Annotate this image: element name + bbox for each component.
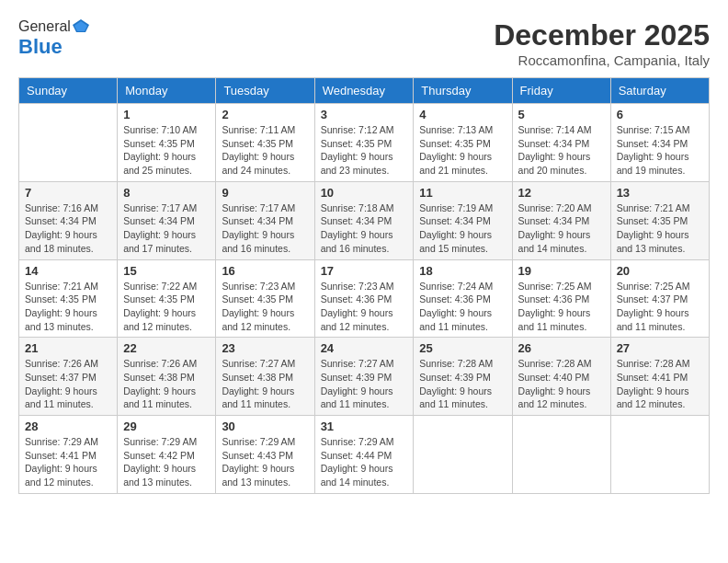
day-info: Sunrise: 7:16 AMSunset: 4:34 PMDaylight:… [25, 201, 111, 256]
day-number: 9 [222, 186, 308, 200]
day-info: Sunrise: 7:29 AMSunset: 4:42 PMDaylight:… [123, 435, 210, 489]
logo-icon [73, 19, 89, 34]
day-info: Sunrise: 7:17 AMSunset: 4:34 PMDaylight:… [222, 201, 308, 256]
calendar-cell: 2Sunrise: 7:11 AMSunset: 4:35 PMDaylight… [216, 104, 314, 182]
calendar-cell: 29Sunrise: 7:29 AMSunset: 4:42 PMDayligh… [118, 416, 216, 494]
day-number: 4 [419, 108, 506, 121]
day-number: 6 [617, 108, 703, 121]
day-info: Sunrise: 7:26 AMSunset: 4:38 PMDaylight:… [123, 357, 210, 411]
day-info: Sunrise: 7:14 AMSunset: 4:34 PMDaylight:… [518, 123, 605, 178]
calendar-cell: 13Sunrise: 7:21 AMSunset: 4:35 PMDayligh… [610, 181, 709, 259]
calendar-cell: 18Sunrise: 7:24 AMSunset: 4:36 PMDayligh… [414, 259, 512, 338]
calendar-cell: 7Sunrise: 7:16 AMSunset: 4:34 PMDaylight… [19, 181, 118, 259]
calendar-cell: 28Sunrise: 7:29 AMSunset: 4:41 PMDayligh… [19, 416, 118, 494]
day-header-tuesday: Tuesday [216, 78, 314, 104]
calendar-cell: 1Sunrise: 7:10 AMSunset: 4:35 PMDaylight… [118, 104, 216, 182]
calendar-cell: 19Sunrise: 7:25 AMSunset: 4:36 PMDayligh… [512, 259, 610, 338]
day-number: 11 [419, 186, 506, 200]
calendar-cell: 20Sunrise: 7:25 AMSunset: 4:37 PMDayligh… [610, 259, 709, 338]
day-info: Sunrise: 7:24 AMSunset: 4:36 PMDaylight:… [419, 280, 506, 334]
calendar-cell: 5Sunrise: 7:14 AMSunset: 4:34 PMDaylight… [512, 104, 610, 182]
calendar-cell: 25Sunrise: 7:28 AMSunset: 4:39 PMDayligh… [414, 338, 512, 416]
day-info: Sunrise: 7:17 AMSunset: 4:34 PMDaylight:… [123, 201, 210, 256]
week-row-5: 28Sunrise: 7:29 AMSunset: 4:41 PMDayligh… [19, 416, 710, 494]
location: Roccamonfina, Campania, Italy [494, 52, 710, 68]
day-number: 18 [419, 264, 506, 278]
calendar-cell [610, 416, 709, 494]
calendar-cell: 8Sunrise: 7:17 AMSunset: 4:34 PMDaylight… [118, 181, 216, 259]
calendar-cell: 11Sunrise: 7:19 AMSunset: 4:34 PMDayligh… [414, 181, 512, 259]
day-number: 5 [518, 108, 605, 121]
logo-blue-text: Blue [18, 35, 63, 59]
day-number: 21 [25, 341, 111, 355]
calendar-cell: 6Sunrise: 7:15 AMSunset: 4:34 PMDaylight… [610, 104, 709, 182]
calendar-cell: 27Sunrise: 7:28 AMSunset: 4:41 PMDayligh… [610, 338, 709, 416]
calendar-cell: 14Sunrise: 7:21 AMSunset: 4:35 PMDayligh… [19, 259, 118, 338]
day-number: 25 [419, 341, 506, 355]
calendar-cell: 4Sunrise: 7:13 AMSunset: 4:35 PMDaylight… [414, 104, 512, 182]
day-info: Sunrise: 7:27 AMSunset: 4:38 PMDaylight:… [222, 357, 308, 411]
day-number: 17 [321, 264, 408, 278]
calendar-cell: 24Sunrise: 7:27 AMSunset: 4:39 PMDayligh… [314, 338, 414, 416]
day-header-thursday: Thursday [414, 78, 512, 104]
day-number: 23 [222, 341, 308, 355]
day-header-friday: Friday [512, 78, 610, 104]
day-number: 15 [123, 264, 210, 278]
day-info: Sunrise: 7:20 AMSunset: 4:34 PMDaylight:… [518, 201, 605, 256]
day-info: Sunrise: 7:21 AMSunset: 4:35 PMDaylight:… [617, 201, 703, 256]
day-info: Sunrise: 7:15 AMSunset: 4:34 PMDaylight:… [617, 123, 703, 178]
day-header-wednesday: Wednesday [314, 78, 414, 104]
day-info: Sunrise: 7:19 AMSunset: 4:34 PMDaylight:… [419, 201, 506, 256]
logo-general-text: General [18, 18, 71, 35]
day-info: Sunrise: 7:26 AMSunset: 4:37 PMDaylight:… [25, 357, 111, 411]
day-number: 28 [25, 419, 111, 433]
calendar-cell: 15Sunrise: 7:22 AMSunset: 4:35 PMDayligh… [118, 259, 216, 338]
calendar-cell [414, 416, 512, 494]
day-number: 27 [617, 341, 703, 355]
day-info: Sunrise: 7:28 AMSunset: 4:40 PMDaylight:… [518, 357, 605, 411]
day-number: 16 [222, 264, 308, 278]
day-info: Sunrise: 7:18 AMSunset: 4:34 PMDaylight:… [321, 201, 408, 256]
calendar-table: SundayMondayTuesdayWednesdayThursdayFrid… [18, 77, 710, 494]
day-info: Sunrise: 7:28 AMSunset: 4:39 PMDaylight:… [419, 357, 506, 411]
day-info: Sunrise: 7:10 AMSunset: 4:35 PMDaylight:… [123, 123, 210, 178]
day-number: 12 [518, 186, 605, 200]
day-info: Sunrise: 7:29 AMSunset: 4:44 PMDaylight:… [321, 435, 408, 489]
calendar-cell: 21Sunrise: 7:26 AMSunset: 4:37 PMDayligh… [19, 338, 118, 416]
week-row-3: 14Sunrise: 7:21 AMSunset: 4:35 PMDayligh… [19, 259, 710, 338]
day-number: 30 [222, 419, 308, 433]
day-number: 22 [123, 341, 210, 355]
calendar-cell: 17Sunrise: 7:23 AMSunset: 4:36 PMDayligh… [314, 259, 414, 338]
calendar-cell: 22Sunrise: 7:26 AMSunset: 4:38 PMDayligh… [118, 338, 216, 416]
day-number: 8 [123, 186, 210, 200]
day-number: 20 [617, 264, 703, 278]
day-info: Sunrise: 7:23 AMSunset: 4:35 PMDaylight:… [222, 280, 308, 334]
day-info: Sunrise: 7:27 AMSunset: 4:39 PMDaylight:… [321, 357, 408, 411]
day-number: 19 [518, 264, 605, 278]
day-number: 26 [518, 341, 605, 355]
calendar-cell: 16Sunrise: 7:23 AMSunset: 4:35 PMDayligh… [216, 259, 314, 338]
day-info: Sunrise: 7:29 AMSunset: 4:43 PMDaylight:… [222, 435, 308, 489]
day-number: 24 [321, 341, 408, 355]
day-info: Sunrise: 7:23 AMSunset: 4:36 PMDaylight:… [321, 280, 408, 334]
day-info: Sunrise: 7:29 AMSunset: 4:41 PMDaylight:… [25, 435, 111, 489]
day-info: Sunrise: 7:13 AMSunset: 4:35 PMDaylight:… [419, 123, 506, 178]
calendar-cell: 10Sunrise: 7:18 AMSunset: 4:34 PMDayligh… [314, 181, 414, 259]
day-header-monday: Monday [118, 78, 216, 104]
day-number: 10 [321, 186, 408, 200]
week-row-4: 21Sunrise: 7:26 AMSunset: 4:37 PMDayligh… [19, 338, 710, 416]
week-row-1: 1Sunrise: 7:10 AMSunset: 4:35 PMDaylight… [19, 104, 710, 182]
day-number: 13 [617, 186, 703, 200]
day-number: 14 [25, 264, 111, 278]
day-number: 1 [123, 108, 210, 121]
title-block: December 2025 Roccamonfina, Campania, It… [494, 18, 710, 68]
day-number: 3 [321, 108, 408, 121]
day-info: Sunrise: 7:22 AMSunset: 4:35 PMDaylight:… [123, 280, 210, 334]
logo: General Blue [18, 18, 89, 59]
header-row: SundayMondayTuesdayWednesdayThursdayFrid… [19, 78, 710, 104]
calendar-cell: 3Sunrise: 7:12 AMSunset: 4:35 PMDaylight… [314, 104, 414, 182]
day-info: Sunrise: 7:25 AMSunset: 4:37 PMDaylight:… [617, 280, 703, 334]
day-header-saturday: Saturday [610, 78, 709, 104]
day-number: 31 [321, 419, 408, 433]
day-header-sunday: Sunday [19, 78, 118, 104]
